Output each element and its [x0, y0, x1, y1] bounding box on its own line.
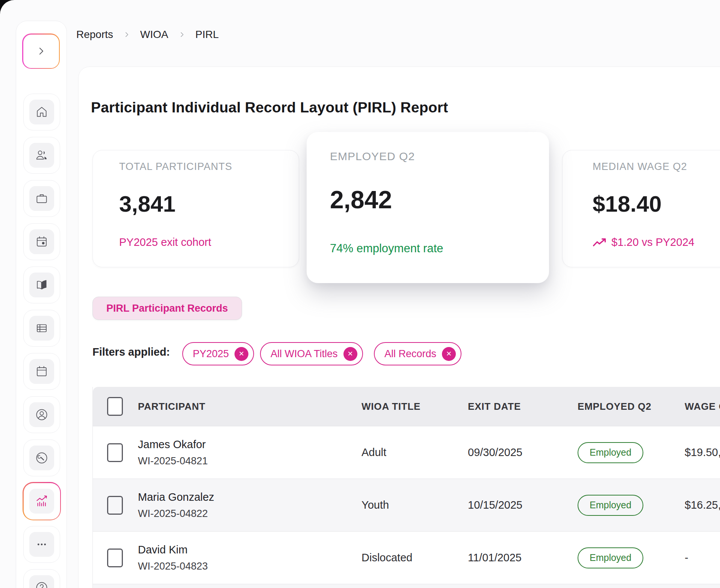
wage-cell: - [685, 552, 720, 564]
page-title: Participant Individual Record Layout (PI… [91, 99, 448, 116]
stat-subtitle-text: $1.20 vs PY2024 [611, 236, 694, 249]
employed-status-badge: Employed [578, 495, 643, 516]
stat-label: EMPLOYED Q2 [330, 150, 415, 163]
calendar-icon [35, 364, 49, 379]
sidebar-item-jobs[interactable] [23, 180, 60, 217]
table-row[interactable]: James Okafor WI-2025-04821 Adult 09/30/2… [93, 426, 720, 479]
wage-cell: $19.50, [685, 446, 720, 459]
participant-name: Maria Gonzalez [138, 491, 362, 503]
more-ellipsis-icon [35, 537, 49, 552]
app-window: Reports WIOA PIRL Participant Individual… [0, 0, 720, 588]
employed-status-badge: Employed [578, 547, 643, 568]
stat-label: TOTAL PARTICIPANTS [119, 161, 232, 173]
filter-pill-label: PY2025 [193, 348, 229, 360]
sidebar-item-analytics-active[interactable] [23, 482, 61, 520]
stat-label: MEDIAN WAGE Q2 [593, 161, 687, 173]
row-checkbox[interactable] [107, 443, 123, 462]
pirl-records-badge[interactable]: PIRL Participant Records [92, 297, 242, 320]
stat-subtitle: PY2025 exit cohort [119, 236, 211, 249]
breadcrumb-separator-icon [178, 31, 186, 38]
participant-id: WI-2025-04823 [138, 561, 362, 572]
breadcrumb-item-reports[interactable]: Reports [76, 29, 113, 41]
filter-pill-label: All WIOA Titles [271, 348, 338, 360]
table-header-row: PARTICIPANT WIOA TITLE EXIT DATE EMPLOYE… [93, 387, 720, 426]
chevron-right-icon [35, 45, 47, 57]
sidebar-item-participants[interactable] [23, 137, 60, 174]
breadcrumb-separator-icon [123, 31, 130, 38]
sidebar-item-calendar[interactable] [23, 353, 60, 390]
exit-date-cell: 11/01/2025 [468, 552, 578, 564]
sidebar-item-tables[interactable] [23, 310, 60, 347]
filter-pill-all-records[interactable]: All Records ✕ [374, 342, 461, 365]
calendar-event-icon [35, 235, 49, 249]
table-row[interactable]: Maria Gonzalez WI-2025-04822 Youth 10/15… [93, 479, 720, 531]
analytics-chart-icon [35, 494, 49, 508]
exit-date-cell: 09/30/2025 [468, 446, 578, 459]
briefcase-icon [35, 191, 49, 206]
main-content-card: Participant Individual Record Layout (PI… [78, 67, 720, 588]
participant-name: David Kim [138, 544, 362, 556]
remove-filter-icon[interactable]: ✕ [343, 347, 357, 361]
breadcrumb-item-wioa[interactable]: WIOA [140, 29, 168, 41]
sidebar-toggle-button[interactable] [22, 33, 60, 69]
stat-value: 2,842 [330, 185, 392, 214]
participant-id: WI-2025-04821 [138, 455, 362, 467]
stat-subtitle: 74% employment rate [330, 242, 443, 255]
sidebar [16, 21, 67, 588]
stat-subtitle: $1.20 vs PY2024 [593, 236, 694, 249]
breadcrumb: Reports WIOA PIRL [76, 29, 219, 41]
trending-up-icon [593, 238, 606, 247]
sidebar-item-profile[interactable] [23, 396, 60, 433]
sidebar-item-home[interactable] [23, 94, 60, 130]
filter-pill-label: All Records [384, 348, 436, 360]
breadcrumb-item-pirl[interactable]: PIRL [195, 29, 219, 41]
filters-applied-label: Filters applied: [92, 346, 170, 358]
select-all-checkbox[interactable] [107, 397, 123, 416]
user-profile-icon [35, 408, 49, 422]
sidebar-item-help[interactable] [23, 569, 60, 588]
stat-card-employed-q2: EMPLOYED Q2 2,842 74% employment rate [307, 132, 549, 283]
wioa-title-cell: Dislocated [362, 552, 468, 564]
table-icon [35, 321, 49, 335]
stat-value: $18.40 [593, 191, 662, 217]
sidebar-item-schedule[interactable] [23, 223, 60, 260]
participants-table: PARTICIPANT WIOA TITLE EXIT DATE EMPLOYE… [92, 387, 720, 588]
stat-card-total-participants: TOTAL PARTICIPANTS 3,841 PY2025 exit coh… [92, 150, 299, 267]
column-header-employed-q2[interactable]: EMPLOYED Q2 [578, 401, 685, 412]
column-header-exit-date[interactable]: EXIT DATE [468, 401, 578, 412]
exit-date-cell: 10/15/2025 [468, 499, 578, 511]
wioa-title-cell: Adult [362, 446, 468, 459]
employed-status-badge: Employed [578, 442, 643, 463]
sidebar-item-more[interactable] [23, 526, 60, 563]
row-checkbox[interactable] [107, 496, 123, 515]
participant-name: James Okafor [138, 438, 362, 451]
wioa-title-cell: Youth [362, 499, 468, 511]
remove-filter-icon[interactable]: ✕ [234, 347, 248, 361]
column-header-participant[interactable]: PARTICIPANT [138, 401, 362, 412]
sidebar-item-library[interactable] [23, 267, 60, 303]
stat-card-median-wage-q2: MEDIAN WAGE Q2 $18.40 $1.20 vs PY2024 [562, 150, 720, 267]
wage-cell: $16.25, [685, 499, 720, 511]
tools-wrench-icon [35, 451, 49, 465]
row-checkbox[interactable] [107, 549, 123, 567]
home-icon [35, 105, 49, 119]
stat-value: 3,841 [119, 191, 175, 217]
table-row-partial[interactable] [93, 584, 720, 588]
book-open-icon [35, 278, 49, 292]
users-icon [35, 148, 49, 162]
participant-id: WI-2025-04822 [138, 508, 362, 520]
remove-filter-icon[interactable]: ✕ [442, 347, 456, 361]
sidebar-item-tools[interactable] [23, 439, 60, 476]
column-header-wioa-title[interactable]: WIOA TITLE [362, 401, 468, 412]
help-question-icon [35, 580, 49, 588]
column-header-wage-q2[interactable]: WAGE Q2 [685, 401, 720, 412]
table-row[interactable]: David Kim WI-2025-04823 Dislocated 11/01… [93, 531, 720, 584]
filter-pill-all-wioa-titles[interactable]: All WIOA Titles ✕ [260, 342, 363, 365]
filter-pill-py2025[interactable]: PY2025 ✕ [182, 342, 254, 365]
